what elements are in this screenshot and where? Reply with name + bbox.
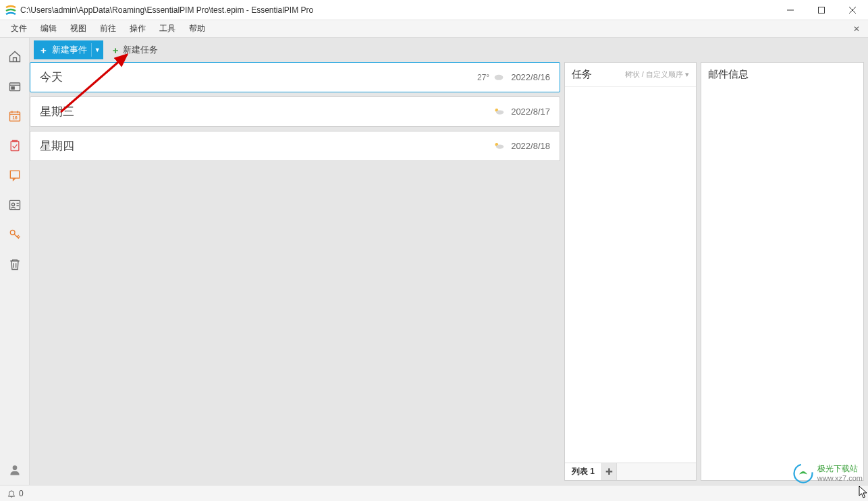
day-label: 今天 bbox=[40, 69, 477, 85]
menu-item[interactable]: 操作 bbox=[123, 21, 153, 36]
app-icon bbox=[5, 5, 16, 16]
svg-point-21 bbox=[12, 465, 17, 470]
plus-icon: + bbox=[34, 45, 52, 56]
sidebar-trash[interactable] bbox=[3, 252, 27, 276]
day-label: 星期三 bbox=[40, 104, 493, 119]
svg-rect-13 bbox=[10, 171, 19, 178]
svg-rect-6 bbox=[11, 87, 14, 89]
sidebar-today[interactable] bbox=[3, 74, 27, 98]
menu-item[interactable]: 帮助 bbox=[182, 21, 212, 36]
day-temp: 27° bbox=[477, 73, 489, 82]
main-area: 16 + 新建事件 ▼ + bbox=[0, 38, 868, 485]
sidebar-home[interactable] bbox=[3, 45, 27, 69]
svg-point-22 bbox=[495, 74, 504, 80]
window-title: C:\Users\admin\AppData\Roaming\Essential… bbox=[20, 5, 775, 15]
menu-item[interactable]: 工具 bbox=[153, 21, 182, 36]
columns: 今天27°2022/8/16星期三2022/8/17星期四2022/8/18 任… bbox=[30, 62, 868, 485]
weather-icon bbox=[493, 106, 511, 118]
mail-panel: 邮件信息 bbox=[701, 62, 864, 481]
agenda-day[interactable]: 星期三2022/8/17 bbox=[30, 96, 560, 127]
tasks-sort-dropdown[interactable]: 树状 / 自定义顺序 ▾ bbox=[625, 69, 689, 80]
day-date: 2022/8/17 bbox=[511, 107, 550, 117]
menu-item[interactable]: 编辑 bbox=[34, 21, 63, 36]
content: + 新建事件 ▼ + 新建任务 今天27°2022/8/16星期三2022/8/… bbox=[30, 38, 868, 485]
svg-point-18 bbox=[10, 230, 15, 235]
sidebar-passwords[interactable] bbox=[3, 223, 27, 247]
svg-rect-12 bbox=[11, 141, 19, 150]
toolbar: + 新建事件 ▼ + 新建任务 bbox=[30, 38, 868, 62]
sidebar: 16 bbox=[0, 38, 30, 485]
watermark-name: 极光下载站 bbox=[817, 465, 863, 473]
sidebar-tasks[interactable] bbox=[3, 134, 27, 158]
day-date: 2022/8/18 bbox=[511, 141, 550, 151]
menu-item[interactable]: 视图 bbox=[63, 21, 93, 36]
menu-item[interactable]: 前往 bbox=[93, 21, 123, 36]
minimize-button[interactable] bbox=[775, 0, 806, 20]
svg-point-15 bbox=[11, 203, 14, 206]
window-controls bbox=[775, 0, 868, 20]
svg-point-26 bbox=[496, 144, 504, 148]
sidebar-user[interactable] bbox=[3, 458, 27, 482]
dropdown-icon[interactable]: ▼ bbox=[91, 43, 103, 57]
titlebar: C:\Users\admin\AppData\Roaming\Essential… bbox=[0, 0, 868, 20]
tasks-tabs: 列表 1 ✚ bbox=[565, 463, 696, 480]
sidebar-calendar[interactable]: 16 bbox=[3, 104, 27, 128]
day-date: 2022/8/16 bbox=[511, 72, 550, 82]
tasks-body bbox=[565, 87, 696, 463]
agenda-panel: 今天27°2022/8/16星期三2022/8/17星期四2022/8/18 bbox=[30, 62, 560, 481]
sidebar-notes[interactable] bbox=[3, 163, 27, 187]
sidebar-contacts[interactable] bbox=[3, 193, 27, 217]
svg-point-24 bbox=[496, 110, 504, 114]
add-tab-button[interactable]: ✚ bbox=[602, 463, 617, 480]
maximize-button[interactable] bbox=[806, 0, 837, 20]
new-event-button[interactable]: + 新建事件 ▼ bbox=[34, 40, 103, 59]
new-event-label: 新建事件 bbox=[52, 44, 91, 56]
new-task-button[interactable]: + 新建任务 bbox=[113, 40, 158, 59]
reminders-count: 0 bbox=[19, 489, 24, 498]
statusbar: 0 bbox=[0, 485, 868, 501]
svg-rect-1 bbox=[819, 7, 825, 13]
weather-icon bbox=[493, 71, 511, 84]
watermark: 极光下载站 www.xz7.com bbox=[793, 463, 863, 483]
tasks-panel: 任务 树状 / 自定义顺序 ▾ 列表 1 ✚ bbox=[564, 62, 697, 481]
close-button[interactable] bbox=[837, 0, 868, 20]
tasks-header: 任务 树状 / 自定义顺序 ▾ bbox=[565, 63, 696, 87]
menubar: 文件编辑视图前往操作工具帮助 ✕ bbox=[0, 20, 868, 38]
agenda-day[interactable]: 今天27°2022/8/16 bbox=[30, 62, 560, 92]
svg-text:16: 16 bbox=[12, 115, 18, 120]
new-task-label: 新建任务 bbox=[123, 44, 158, 56]
watermark-url: www.xz7.com bbox=[817, 474, 863, 482]
mail-title: 邮件信息 bbox=[708, 68, 857, 81]
tasks-tab[interactable]: 列表 1 bbox=[565, 463, 602, 480]
bell-icon bbox=[7, 489, 16, 498]
agenda-day[interactable]: 星期四2022/8/18 bbox=[30, 131, 560, 161]
tasks-title: 任务 bbox=[572, 68, 625, 81]
watermark-logo bbox=[793, 463, 813, 483]
menu-item[interactable]: 文件 bbox=[4, 21, 34, 36]
day-label: 星期四 bbox=[40, 138, 493, 154]
menubar-close[interactable]: ✕ bbox=[849, 23, 864, 35]
weather-icon bbox=[493, 140, 511, 152]
plus-icon: + bbox=[113, 45, 119, 56]
reminders-indicator[interactable]: 0 bbox=[7, 489, 24, 498]
